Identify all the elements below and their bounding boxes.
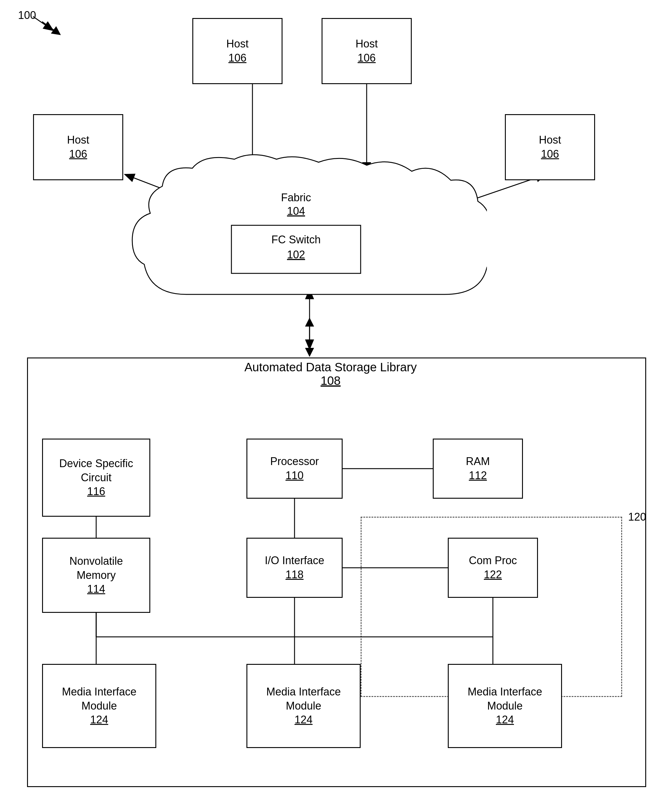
diagram-number: 100 <box>18 9 36 22</box>
processor-node: Processor 110 <box>247 439 343 498</box>
dashed-group-label: 120 <box>628 511 646 523</box>
io-interface: I/O Interface 118 <box>247 538 343 598</box>
svg-text:Fabric: Fabric <box>281 191 311 204</box>
host-node-3: Host 106 <box>33 114 123 180</box>
diagram: 100 <box>0 0 672 809</box>
svg-text:102: 102 <box>287 248 305 261</box>
com-proc: Com Proc 122 <box>448 538 538 598</box>
mim-3: Media Interface Module 124 <box>448 664 562 748</box>
mim-1: Media Interface Module 124 <box>42 664 156 748</box>
nonvolatile-memory: Nonvolatile Memory 114 <box>42 538 150 613</box>
svg-line-29 <box>42 22 60 35</box>
host-node-1: Host 106 <box>192 18 282 84</box>
host-node-2: Host 106 <box>322 18 412 84</box>
fabric-cloud: FC Switch 102 Fabric 104 <box>126 150 487 319</box>
mim-2: Media Interface Module 124 <box>247 664 361 748</box>
svg-text:FC Switch: FC Switch <box>271 233 321 246</box>
host-node-4: Host 106 <box>505 114 595 180</box>
library-title: Automated Data Storage Library 108 <box>180 361 481 388</box>
svg-text:104: 104 <box>287 205 305 217</box>
device-specific-circuit: Device Specific Circuit 116 <box>42 439 150 517</box>
ram-node: RAM 112 <box>433 439 523 498</box>
